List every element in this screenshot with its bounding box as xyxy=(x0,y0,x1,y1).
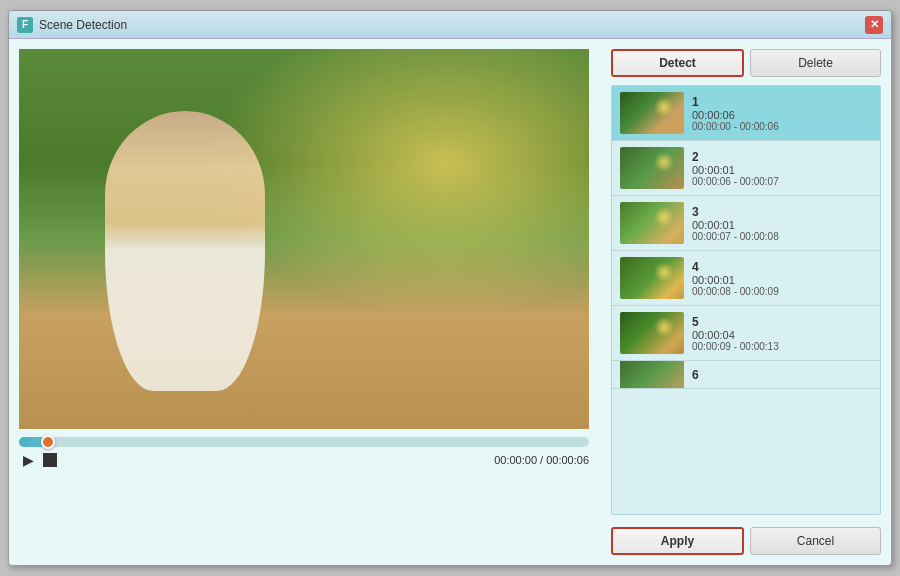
action-buttons: Detect Delete xyxy=(611,49,881,77)
scene-info-4: 4 00:00:01 00:00:08 - 00:00:09 xyxy=(692,260,872,297)
scene-detection-window: F Scene Detection ✕ xyxy=(8,10,892,566)
scene-thumbnail-6 xyxy=(620,361,684,389)
progress-bar[interactable] xyxy=(19,437,589,447)
stop-button[interactable] xyxy=(43,453,57,467)
scene-thumbnail-5 xyxy=(620,312,684,354)
scene-number-4: 4 xyxy=(692,260,872,274)
cancel-button[interactable]: Cancel xyxy=(750,527,881,555)
window-title: Scene Detection xyxy=(39,18,865,32)
scene-item-1[interactable]: 1 00:00:06 00:00:00 - 00:00:06 xyxy=(612,86,880,141)
scene-item-5[interactable]: 5 00:00:04 00:00:09 - 00:00:13 xyxy=(612,306,880,361)
scene-duration-2: 00:00:01 xyxy=(692,164,872,176)
scene-duration-1: 00:00:06 xyxy=(692,109,872,121)
scene-duration-3: 00:00:01 xyxy=(692,219,872,231)
scene-range-3: 00:00:07 - 00:00:08 xyxy=(692,231,872,242)
scene-number-5: 5 xyxy=(692,315,872,329)
scene-item-4[interactable]: 4 00:00:01 00:00:08 - 00:00:09 xyxy=(612,251,880,306)
scene-number-1: 1 xyxy=(692,95,872,109)
scene-duration-5: 00:00:04 xyxy=(692,329,872,341)
scene-list: 1 00:00:06 00:00:00 - 00:00:06 2 00:00: xyxy=(611,85,881,515)
scene-number-3: 3 xyxy=(692,205,872,219)
progress-thumb[interactable] xyxy=(41,435,55,449)
scene-thumbnail-2 xyxy=(620,147,684,189)
scene-info-6: 6 xyxy=(692,368,872,382)
video-subject xyxy=(105,111,265,391)
right-panel: Detect Delete 1 00:00:06 00:00:00 - 00:0… xyxy=(611,49,881,555)
title-bar: F Scene Detection ✕ xyxy=(9,11,891,39)
scene-range-2: 00:00:06 - 00:00:07 xyxy=(692,176,872,187)
time-display: 00:00:00 / 00:00:06 xyxy=(63,454,589,466)
scene-info-2: 2 00:00:01 00:00:06 - 00:00:07 xyxy=(692,150,872,187)
video-frame xyxy=(19,49,589,429)
app-icon: F xyxy=(17,17,33,33)
close-button[interactable]: ✕ xyxy=(865,16,883,34)
scene-range-4: 00:00:08 - 00:00:09 xyxy=(692,286,872,297)
bottom-buttons: Apply Cancel xyxy=(611,527,881,555)
scene-duration-4: 00:00:01 xyxy=(692,274,872,286)
scene-thumbnail-4 xyxy=(620,257,684,299)
controls-area: ▶ 00:00:00 / 00:00:06 xyxy=(19,437,589,469)
scene-number-2: 2 xyxy=(692,150,872,164)
scene-range-1: 00:00:00 - 00:00:06 xyxy=(692,121,872,132)
main-content: ▶ 00:00:00 / 00:00:06 Detect Delete xyxy=(9,39,891,565)
scene-info-1: 1 00:00:06 00:00:00 - 00:00:06 xyxy=(692,95,872,132)
progress-fill xyxy=(19,437,48,447)
apply-button[interactable]: Apply xyxy=(611,527,744,555)
scene-number-6: 6 xyxy=(692,368,872,382)
scene-item-6[interactable]: 6 xyxy=(612,361,880,389)
video-preview xyxy=(19,49,589,429)
scene-range-5: 00:00:09 - 00:00:13 xyxy=(692,341,872,352)
scene-thumbnail-1 xyxy=(620,92,684,134)
scene-info-3: 3 00:00:01 00:00:07 - 00:00:08 xyxy=(692,205,872,242)
play-button[interactable]: ▶ xyxy=(19,451,37,469)
left-panel: ▶ 00:00:00 / 00:00:06 xyxy=(19,49,601,555)
delete-button[interactable]: Delete xyxy=(750,49,881,77)
scene-thumbnail-3 xyxy=(620,202,684,244)
scene-item-2[interactable]: 2 00:00:01 00:00:06 - 00:00:07 xyxy=(612,141,880,196)
scene-item-3[interactable]: 3 00:00:01 00:00:07 - 00:00:08 xyxy=(612,196,880,251)
playback-controls: ▶ 00:00:00 / 00:00:06 xyxy=(19,451,589,469)
scene-info-5: 5 00:00:04 00:00:09 - 00:00:13 xyxy=(692,315,872,352)
detect-button[interactable]: Detect xyxy=(611,49,744,77)
